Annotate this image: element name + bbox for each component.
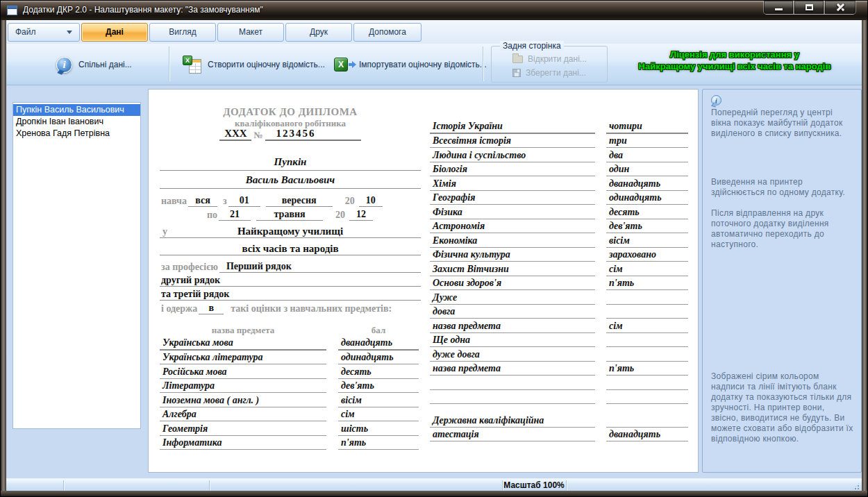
subject-cell: Економіка <box>430 235 595 248</box>
table-row: Економікавісім <box>430 233 690 248</box>
subject-cell: Людина і суспільство <box>430 150 595 162</box>
grade-cell: вісім <box>338 395 419 407</box>
table-row: назва предметасім <box>430 319 690 333</box>
label-u: у <box>161 226 169 237</box>
subject-cell: Біологія <box>430 164 595 176</box>
statusbar-separator <box>63 480 64 491</box>
common-data-label: Спільні дані... <box>78 60 132 69</box>
from-day: 01 <box>228 195 260 207</box>
table-row: атестаціядванадцять <box>430 428 690 442</box>
tab-print[interactable]: Друк <box>285 23 352 42</box>
document-left-column: ДОДАТОК ДО ДИПЛОМА кваліфікованого робіт… <box>160 90 421 450</box>
subject-cell: Іноземна мова ( англ. ) <box>160 395 326 407</box>
grade-cell: дванадцять <box>606 429 688 441</box>
grade-cell: п'ять <box>338 437 419 450</box>
create-sheet-button[interactable]: X Створити оціночну відомість... <box>178 49 329 80</box>
table-header-row: назва предмета бал <box>160 325 421 336</box>
table-row: Основи здоров'яп'ять <box>430 276 690 291</box>
excel-logo-icon: X <box>334 58 348 71</box>
subject-cell: Фізика <box>430 207 595 219</box>
student-list-item[interactable]: Хренова Гадя Петрівна <box>13 128 140 140</box>
grade-cell: одинадцять <box>606 192 688 205</box>
diploma-series: XXX <box>219 128 251 141</box>
close-button[interactable] <box>824 1 856 15</box>
table-row: Ще одна <box>430 333 690 348</box>
tab-file[interactable]: Файл <box>8 23 80 42</box>
tab-data[interactable]: Дані <box>81 23 148 42</box>
subject-cell: Ще одна <box>430 335 595 347</box>
profession-line-2: другий рядок <box>160 273 421 287</box>
table-row <box>430 390 690 405</box>
table-row: Інформатикап'ять <box>160 436 421 450</box>
maximize-icon <box>806 4 813 10</box>
grade-cell: чотири <box>606 121 688 134</box>
table-row: Фізична культуразараховано <box>430 248 690 262</box>
tab-help[interactable]: Допомога <box>353 23 422 42</box>
subject-cell: Всесвітня історія <box>430 135 595 148</box>
tab-layout[interactable]: Макет <box>217 23 284 42</box>
grade-cell: десять <box>338 367 419 379</box>
grade-cell: сім <box>338 409 419 421</box>
to-month: травня <box>256 209 323 221</box>
table-row: дуже довга <box>430 347 690 362</box>
table-row: Історія Україничотири <box>430 119 690 134</box>
license-line-1: Ліцензія для використання у <box>617 49 852 60</box>
label-navcha: навча <box>160 196 188 207</box>
grade-cell: дванадцять <box>606 178 688 191</box>
window-title: Додатки ДКР 2.0 - Налаштування макету: "… <box>23 1 263 19</box>
resize-grip-icon[interactable] <box>851 482 860 491</box>
table-row: Державна кваліфікаційна <box>430 413 690 428</box>
profession-line-1: Перший рядок <box>219 261 421 273</box>
info-paragraph: Виведення на принтер здійснюється по одн… <box>711 177 853 198</box>
student-surname: Пупкін <box>160 156 421 171</box>
window-frame-left <box>1 20 6 496</box>
subject-cell: Інформатика <box>160 437 326 450</box>
save-data-label: Зберегти дані... <box>526 68 586 78</box>
statusbar-separator <box>209 480 210 491</box>
import-sheet-button[interactable]: X Імпортувати оціночну відомість... <box>330 49 491 80</box>
title-bar[interactable]: Додатки ДКР 2.0 - Налаштування макету: "… <box>1 1 867 20</box>
subject-cell: Основи здоров'я <box>430 278 595 290</box>
open-data-button[interactable]: Відкрити дані... <box>512 54 587 64</box>
student-list-item[interactable]: Пупкін Василь Васильович <box>13 104 140 116</box>
column-header-subject: назва предмета <box>160 325 326 336</box>
table-row: Хіміядванадцять <box>430 176 690 191</box>
info-paragraph: Після відправлення на друк поточного дод… <box>711 208 853 250</box>
info-bubble-icon: i <box>56 57 72 73</box>
school-name-1: Найкращому училищі <box>237 226 343 237</box>
subject-cell: Фізична культура <box>430 249 595 262</box>
minimize-icon <box>775 8 783 10</box>
tab-view[interactable]: Вигляд <box>149 23 216 42</box>
label-profession: за професією <box>160 262 219 273</box>
license-line-2: Найкращому училищі всіх часів та народів <box>617 60 852 72</box>
excel-logo-icon: X <box>183 56 192 65</box>
subject-cell: Географія <box>430 192 595 205</box>
table-row: Всесвітня історіятри <box>430 134 690 149</box>
from-year: 10 <box>359 195 383 207</box>
table-row: Російська мовадесять <box>160 364 421 379</box>
table-row: Фізикадесять <box>430 205 690 219</box>
maximize-button[interactable] <box>794 1 824 15</box>
subject-cell: Українська мова <box>160 337 326 351</box>
toolbar: i Спільні дані... X Створити оціночну ві… <box>6 44 862 85</box>
subject-cell: довга <box>430 306 595 319</box>
save-data-button[interactable]: Зберегти дані... <box>512 68 586 78</box>
grade-cell <box>606 317 688 319</box>
label-grades-intro: такі оцінки з навчальних предметів: <box>229 303 393 314</box>
main-area: Пупкін Василь Васильович Дропкін Іван Ів… <box>6 85 862 478</box>
minimize-button[interactable] <box>763 1 794 15</box>
open-data-label: Відкрити дані... <box>528 54 587 64</box>
student-list-item[interactable]: Дропкін Іван Іванович <box>13 116 140 128</box>
grade-cell: шість <box>338 423 419 436</box>
student-listbox[interactable]: Пупкін Василь Васильович Дропкін Іван Ів… <box>12 102 141 429</box>
import-sheet-label: Імпортувати оціночну відомість... <box>359 60 487 69</box>
label-century: 20 <box>334 210 347 221</box>
grade-cell: п'ять <box>606 278 688 290</box>
menu-tab-row: Файл Дані Вигляд Макет Друк Допомога <box>6 20 862 44</box>
table-row: Астрономіядев'ять <box>430 219 690 234</box>
subject-cell: Історія України <box>430 121 595 134</box>
common-data-button[interactable]: i Спільні дані... <box>52 49 136 80</box>
tab-file-label: Файл <box>15 24 36 41</box>
window-frame-bottom <box>1 491 867 496</box>
oderzha-suffix: в <box>199 303 224 314</box>
